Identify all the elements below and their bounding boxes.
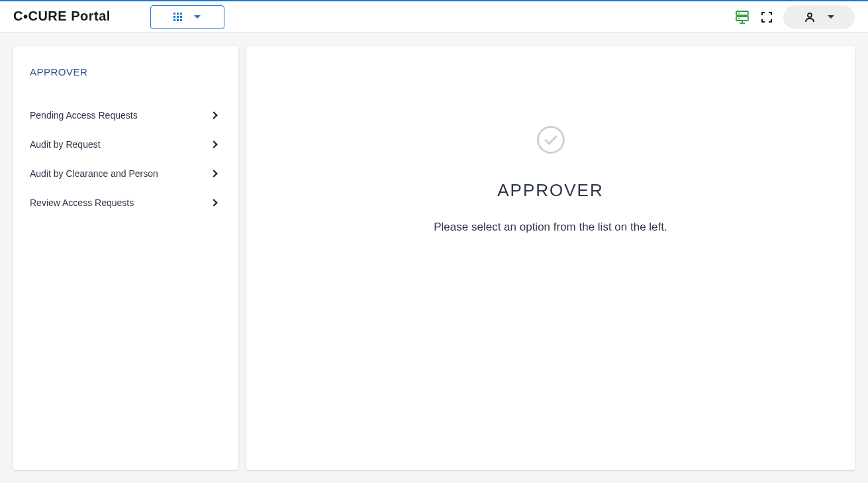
chevron-right-icon (210, 111, 217, 119)
sidebar-item-label: Audit by Request (30, 139, 101, 150)
svg-point-3 (738, 18, 740, 19)
sidebar-item-review-access-requests[interactable]: Review Access Requests (30, 188, 222, 217)
chevron-right-icon (210, 199, 217, 206)
logo-post: CURE Portal (28, 9, 110, 23)
app-header: C•CURE Portal (0, 0, 868, 33)
user-icon (804, 11, 816, 23)
content-area: APPROVER Pending Access Requests Audit b… (0, 33, 868, 483)
main-title: APPROVER (497, 180, 604, 201)
apps-grid-icon (173, 13, 182, 21)
logo-pre: C (13, 9, 23, 23)
app-logo: C•CURE Portal (13, 9, 111, 25)
sidebar-item-pending-access-requests[interactable]: Pending Access Requests (30, 101, 222, 130)
svg-rect-0 (736, 11, 748, 15)
svg-rect-1 (736, 17, 748, 21)
sidebar-item-audit-by-request[interactable]: Audit by Request (30, 130, 222, 159)
sidebar-title: APPROVER (30, 66, 222, 78)
chevron-right-icon (210, 140, 217, 148)
checkmark-icon (544, 132, 557, 145)
module-selector-dropdown[interactable] (150, 5, 224, 29)
server-status-icon[interactable] (736, 11, 750, 24)
user-menu-dropdown[interactable] (783, 5, 855, 29)
header-left: C•CURE Portal (13, 5, 224, 29)
header-right (736, 5, 855, 29)
main-message: Please select an option from the list on… (434, 221, 667, 234)
fullscreen-icon[interactable] (761, 11, 773, 23)
check-circle-icon (537, 126, 565, 154)
chevron-right-icon (210, 170, 217, 177)
sidebar-item-label: Review Access Requests (30, 197, 134, 208)
svg-point-2 (738, 13, 740, 14)
svg-point-6 (808, 13, 812, 17)
sidebar-panel: APPROVER Pending Access Requests Audit b… (13, 46, 238, 470)
chevron-down-icon (828, 15, 834, 19)
sidebar-item-audit-by-clearance-and-person[interactable]: Audit by Clearance and Person (30, 159, 222, 188)
sidebar-item-label: Pending Access Requests (30, 110, 138, 121)
sidebar-item-label: Audit by Clearance and Person (30, 168, 158, 179)
chevron-down-icon (194, 15, 201, 19)
main-panel: APPROVER Please select an option from th… (246, 46, 855, 470)
